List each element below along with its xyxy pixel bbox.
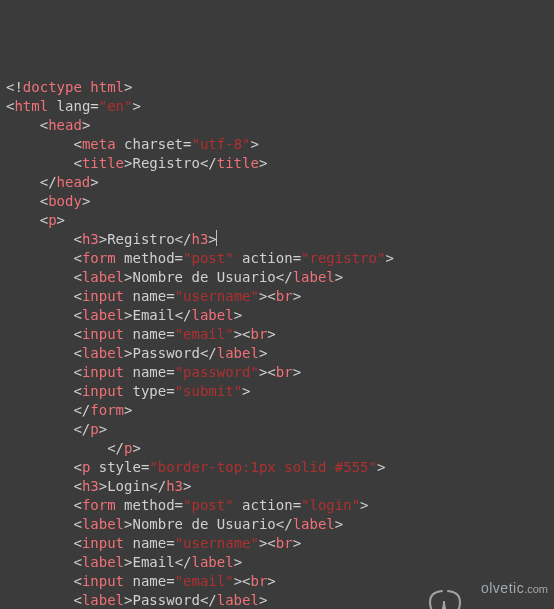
p-open: p xyxy=(48,212,56,228)
code-editor[interactable]: <!doctype html> <html lang="en"> <head> … xyxy=(6,78,548,609)
head-open: head xyxy=(48,117,82,133)
watermark-suffix: .com xyxy=(524,583,548,595)
doctype-tag: doctype html xyxy=(23,79,124,95)
lang-val: "en" xyxy=(99,98,133,114)
lang-attr: lang xyxy=(57,98,91,114)
head-close: head xyxy=(57,174,91,190)
watermark: olvetic.com xyxy=(481,579,548,599)
body-open: body xyxy=(48,193,82,209)
lightbulb-icon xyxy=(426,561,462,603)
title-open: title xyxy=(82,155,124,171)
text-cursor xyxy=(216,230,217,246)
meta-tag: meta xyxy=(82,136,116,152)
watermark-text: olvetic xyxy=(481,580,524,596)
html-tag: html xyxy=(14,98,48,114)
